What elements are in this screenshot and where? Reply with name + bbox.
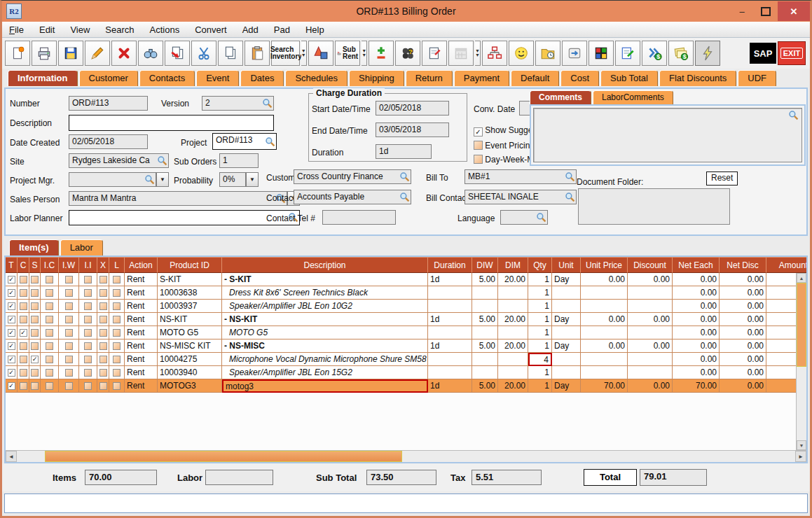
search-inventory-button[interactable]: Search Inventory — [271, 41, 300, 66]
column-header-t[interactable]: T — [6, 257, 18, 273]
scroll-right-icon[interactable]: ► — [795, 451, 806, 462]
cell-net-each[interactable]: 0.00 — [673, 326, 720, 340]
row-checkbox[interactable] — [84, 276, 92, 284]
row-flag-cell[interactable] — [79, 300, 97, 313]
cell-product-id[interactable]: MOTO G5 — [158, 326, 222, 340]
cell-diw[interactable]: 5.00 — [472, 273, 498, 286]
column-header-amount[interactable]: Amount — [766, 257, 806, 273]
cell-unit-price[interactable]: 70.00 — [581, 379, 628, 393]
sales-person-field[interactable]: Mantra M Mantra — [69, 191, 287, 206]
column-header-dim[interactable]: DIM — [498, 257, 528, 273]
row-checkbox[interactable]: ✓ — [8, 369, 15, 377]
row-flag-cell[interactable]: ✓ — [6, 340, 18, 353]
cell-net-disc[interactable]: 0.00 — [720, 273, 766, 286]
tab-information[interactable]: Information — [8, 70, 78, 86]
column-header-action[interactable]: Action — [125, 257, 158, 273]
add-item-button[interactable] — [369, 41, 394, 66]
menu-item-add[interactable]: Add — [242, 24, 259, 35]
row-checkbox[interactable]: ✓ — [8, 302, 15, 310]
column-header-net-disc[interactable]: Net Disc — [720, 257, 766, 273]
cell-description[interactable]: - S-KIT — [222, 273, 428, 286]
cell-product-id[interactable]: NS-MISC KIT — [158, 340, 222, 353]
cell-net-each[interactable]: 0.00 — [673, 340, 720, 353]
paste-button[interactable] — [245, 41, 270, 66]
cell-action[interactable]: Rent — [125, 286, 158, 300]
row-checkbox[interactable] — [99, 382, 107, 390]
customer-field[interactable]: Cross Country Finance — [294, 169, 411, 184]
row-checkbox[interactable]: ✓ — [8, 342, 15, 350]
tab-default[interactable]: Default — [511, 70, 559, 86]
row-checkbox[interactable]: ✓ — [20, 329, 27, 337]
row-checkbox[interactable] — [31, 329, 39, 337]
cell-discount[interactable]: 0.00 — [628, 273, 673, 286]
cell-qty[interactable]: 1 — [528, 326, 552, 340]
row-flag-cell[interactable] — [97, 340, 109, 353]
cell-dim[interactable] — [498, 353, 528, 366]
row-checkbox[interactable] — [46, 356, 53, 363]
project-mgr-search-icon[interactable] — [144, 174, 155, 185]
row-flag-cell[interactable] — [18, 366, 29, 379]
column-header-duration[interactable]: Duration — [428, 257, 472, 273]
row-checkbox[interactable] — [31, 289, 39, 297]
cell-description[interactable]: - NS-KIT — [222, 313, 428, 326]
row-checkbox[interactable] — [20, 316, 27, 323]
row-flag-cell[interactable] — [109, 353, 125, 366]
column-header-c[interactable]: C — [18, 257, 29, 273]
calendar-dropdown[interactable]: ▼▼ — [475, 41, 481, 66]
row-flag-cell[interactable] — [41, 300, 59, 313]
cell-description[interactable]: Microphone Vocal Dynamic Microphone Shur… — [222, 353, 428, 366]
cell-net-disc[interactable]: 0.00 — [720, 366, 766, 379]
edit-button[interactable] — [85, 41, 110, 66]
row-flag-cell[interactable] — [97, 353, 109, 366]
row-flag-cell[interactable] — [18, 313, 29, 326]
bill-contact-field[interactable]: SHEETAL INGALE — [465, 190, 577, 204]
day-week-month-pricing-checkbox[interactable] — [474, 155, 483, 164]
row-flag-cell[interactable] — [59, 300, 79, 313]
row-flag-cell[interactable] — [59, 313, 79, 326]
cell-duration[interactable] — [428, 353, 472, 366]
calendar-button[interactable] — [448, 41, 474, 66]
project-mgr-dropdown[interactable]: ▼ — [156, 172, 169, 187]
cell-action[interactable]: Rent — [125, 353, 158, 366]
tab-laborcomments[interactable]: LaborComments — [593, 90, 673, 104]
cell-dim[interactable] — [498, 326, 528, 340]
bill-contact-search-icon[interactable] — [565, 192, 575, 202]
version-field[interactable]: 2 — [202, 96, 274, 111]
project-search-icon[interactable] — [265, 136, 275, 147]
column-header-net-each[interactable]: Net Each — [673, 257, 720, 273]
row-flag-cell[interactable] — [59, 326, 79, 340]
row-flag-cell[interactable] — [79, 313, 97, 326]
row-checkbox[interactable] — [20, 276, 27, 284]
version-search-icon[interactable] — [262, 98, 273, 108]
cell-qty[interactable]: 1 — [528, 379, 552, 393]
row-flag-cell[interactable] — [41, 326, 59, 340]
tab-dates[interactable]: Dates — [240, 70, 284, 86]
tab-labor[interactable]: Labor — [60, 239, 103, 255]
horizontal-scrollbar[interactable]: ◄ ► — [6, 450, 806, 462]
row-flag-cell[interactable] — [59, 340, 79, 353]
row-checkbox[interactable] — [31, 316, 39, 323]
row-flag-cell[interactable] — [29, 286, 41, 300]
row-flag-cell[interactable] — [59, 273, 79, 286]
cell-discount[interactable] — [628, 353, 673, 366]
cell-description[interactable]: motog3 — [222, 379, 428, 393]
row-checkbox[interactable] — [99, 302, 107, 310]
tab-comments[interactable]: Comments — [530, 90, 591, 104]
cell-unit-price[interactable]: 0.00 — [581, 340, 628, 353]
row-flag-cell[interactable] — [79, 273, 97, 286]
search-inventory-dropdown[interactable]: ▼▼ — [301, 41, 307, 66]
row-flag-cell[interactable] — [59, 366, 79, 379]
row-checkbox[interactable] — [65, 329, 73, 337]
find-button[interactable] — [138, 41, 163, 66]
row-checkbox[interactable] — [84, 342, 92, 350]
cell-diw[interactable] — [472, 286, 498, 300]
row-flag-cell[interactable]: ✓ — [29, 353, 41, 366]
cell-discount[interactable] — [628, 326, 673, 340]
cell-dim[interactable]: 20.00 — [498, 273, 528, 286]
smiley-button[interactable] — [509, 41, 534, 66]
cell-dim[interactable]: 20.00 — [498, 340, 528, 353]
row-checkbox[interactable]: ✓ — [8, 356, 15, 363]
table-row[interactable]: ✓RentS-KIT- S-KIT1d5.0020.001Day0.000.00… — [6, 273, 806, 286]
tab-cost[interactable]: Cost — [560, 70, 599, 86]
spheres-query-button[interactable]: ? — [395, 41, 420, 66]
